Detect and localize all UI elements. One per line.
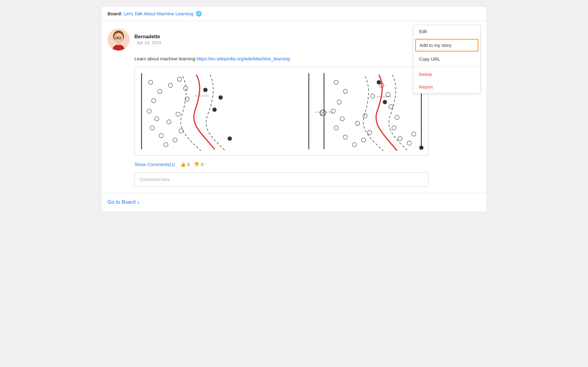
svg-point-28 xyxy=(218,95,223,100)
chevron-right-icon: › xyxy=(138,199,139,206)
svg-rect-5 xyxy=(116,42,121,45)
thumbs-up-button[interactable]: 👍 0 xyxy=(180,162,190,167)
post-link[interactable]: https://en.wikipedia.org/wiki/Machine_le… xyxy=(197,56,290,61)
post-meta: Bernadette Apr 10, 2019 xyxy=(134,34,161,45)
thumbs-up-icon: 👍 xyxy=(180,162,186,167)
comment-placeholder: Comment here xyxy=(140,177,170,182)
copy-url-menu-item[interactable]: Copy URL xyxy=(413,53,480,65)
svg-point-29 xyxy=(213,108,217,112)
svg-point-58 xyxy=(419,146,424,150)
ml-diagram-svg: ∅ xyxy=(135,67,428,155)
svg-point-30 xyxy=(228,136,232,141)
comment-input[interactable]: Comment here xyxy=(134,172,428,187)
thumbs-down-button[interactable]: 👎 0 xyxy=(194,162,203,167)
globe-icon: 🌐 xyxy=(196,11,202,16)
page-container: Board: Let's Talk About Machine Learning… xyxy=(101,6,487,212)
thumbs-down-count: 0 xyxy=(201,162,203,167)
svg-point-57 xyxy=(383,100,387,104)
board-header: Board: Let's Talk About Machine Learning… xyxy=(101,6,487,21)
avatar-illustration xyxy=(109,30,128,51)
footer-bar: Go to Board › xyxy=(101,193,487,212)
svg-point-27 xyxy=(203,88,208,92)
go-to-board-link[interactable]: Go to Board › xyxy=(107,199,139,206)
vote-area: 👍 0 👎 0 xyxy=(180,162,204,167)
svg-text:∅: ∅ xyxy=(319,108,326,117)
board-link[interactable]: Let's Talk About Machine Learning xyxy=(124,11,194,16)
post-image: ∅ xyxy=(134,67,428,156)
svg-point-56 xyxy=(377,80,381,84)
post-author: Bernadette xyxy=(134,34,161,40)
svg-rect-6 xyxy=(135,67,427,155)
thumbs-up-count: 0 xyxy=(187,162,190,167)
delete-menu-item[interactable]: Delete xyxy=(413,68,480,81)
post-date: Apr 10, 2019 xyxy=(134,40,161,45)
post-actions: Show Comments(1) 👍 0 👎 0 xyxy=(134,162,481,167)
svg-point-1 xyxy=(114,33,123,43)
dropdown-divider xyxy=(413,66,480,67)
add-to-story-menu-item[interactable]: Add to my story xyxy=(415,39,478,51)
thumbs-down-icon: 👎 xyxy=(194,162,199,167)
dropdown-menu: Edit Add to my story Copy URL Delete Rep… xyxy=(413,25,481,93)
board-label: Board: xyxy=(107,11,122,16)
show-comments-link[interactable]: Show Comments(1) xyxy=(134,162,175,167)
avatar xyxy=(107,28,130,51)
report-menu-item[interactable]: Report xyxy=(413,81,480,93)
edit-menu-item[interactable]: Edit xyxy=(413,25,480,38)
go-to-board-label: Go to Board xyxy=(107,199,136,205)
